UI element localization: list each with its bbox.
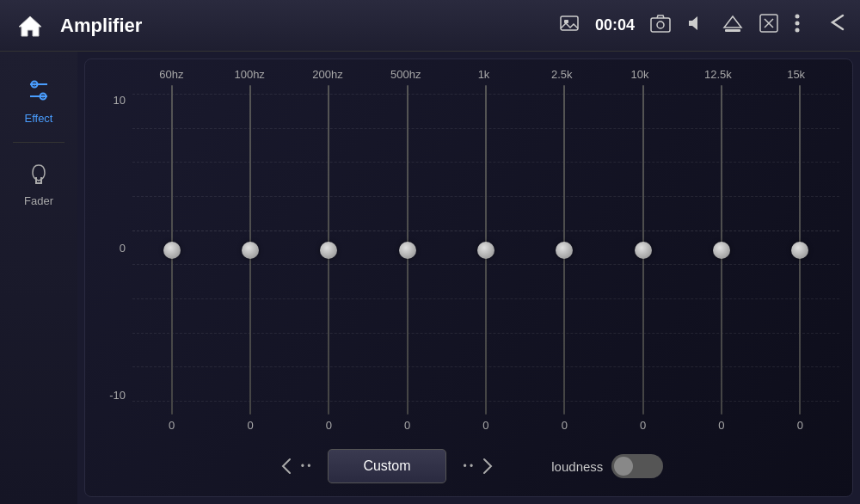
fader-label: Fader [24,194,53,207]
freq-2-5k: 2.5k [523,68,601,81]
main-content: Effect Fader 60hz 100hz 200hz 500hz 1k 2… [0,52,860,504]
freq-1k: 1k [445,68,523,81]
svg-marker-5 [689,16,697,30]
bottom-controls: • • Custom • • loudness [85,440,852,496]
sidebar-divider [13,142,64,143]
svg-point-4 [657,22,664,28]
sidebar-item-effect[interactable]: Effect [4,69,73,133]
slider-track-1[interactable] [211,85,289,415]
slider-6[interactable]: 0 [604,85,682,440]
slider-thumb-1[interactable] [242,242,259,259]
slider-track-0[interactable] [132,85,211,415]
slider-value-3: 0 [404,419,410,432]
home-button[interactable] [9,13,52,39]
top-bar: Amplifier 00:04 [0,0,860,52]
slider-thumb-4[interactable] [477,242,494,259]
fader-icon [26,160,52,189]
slider-thumb-8[interactable] [791,242,808,259]
page-title: Amplifier [60,15,559,37]
loudness-label: loudness [551,459,603,474]
eq-area: 10 0 -10 [85,85,852,440]
close-icon[interactable] [759,13,779,38]
loudness-control: loudness [551,454,663,478]
camera-icon[interactable] [650,13,671,38]
time-display: 00:04 [595,16,635,34]
slider-thumb-6[interactable] [635,242,652,259]
svg-marker-6 [724,16,741,28]
slider-value-2: 0 [326,419,332,432]
freq-500hz: 500hz [366,68,445,81]
toggle-knob [614,457,633,476]
y-label-top: 10 [114,94,126,107]
slider-track-6[interactable] [604,85,682,415]
header-icons: 00:04 [559,9,851,42]
slider-track-3[interactable] [368,85,446,415]
slider-2[interactable]: 0 [290,85,368,440]
preset-button[interactable]: Custom [328,449,445,483]
svg-marker-0 [19,16,41,36]
svg-point-19 [42,95,45,98]
freq-15k: 15k [757,68,835,81]
more-icon[interactable] [795,13,800,38]
slider-thumb-5[interactable] [556,242,573,259]
slider-track-2[interactable] [290,85,368,415]
freq-60hz: 60hz [132,68,211,81]
svg-rect-3 [651,18,670,32]
volume-icon[interactable] [686,13,707,38]
eq-panel: 60hz 100hz 200hz 500hz 1k 2.5k 10k 12.5k… [84,58,853,497]
slider-thumb-0[interactable] [163,242,181,259]
y-label-mid: 0 [120,242,126,255]
slider-0[interactable]: 0 [132,85,211,440]
freq-100hz: 100hz [211,68,289,81]
slider-track-4[interactable] [446,85,525,415]
freq-12-5k: 12.5k [679,68,757,81]
slider-value-7: 0 [718,419,724,432]
slider-7[interactable]: 0 [682,85,760,440]
slider-thumb-3[interactable] [399,242,416,259]
slider-8[interactable]: 0 [761,85,839,440]
slider-thumb-2[interactable] [320,242,337,259]
freq-200hz: 200hz [289,68,367,81]
svg-rect-1 [561,16,578,30]
prev-button[interactable]: • • [274,454,311,478]
slider-value-8: 0 [797,419,803,432]
image-icon[interactable] [559,13,580,38]
freq-10k: 10k [601,68,679,81]
home-icon [17,13,43,39]
slider-4[interactable]: 0 [446,85,525,440]
sidebar: Effect Fader [0,52,77,504]
slider-thumb-7[interactable] [713,242,730,259]
slider-3[interactable]: 0 [368,85,446,440]
sliders-container: 0 0 0 [132,85,839,440]
slider-1[interactable]: 0 [211,85,289,440]
slider-track-8[interactable] [761,85,839,415]
y-label-bot: -10 [109,389,126,402]
svg-rect-2 [564,20,568,23]
slider-value-6: 0 [640,419,646,432]
svg-point-12 [796,22,800,26]
back-button[interactable] [824,9,851,42]
effect-label: Effect [24,112,52,125]
slider-track-5[interactable] [525,85,604,415]
next-button[interactable]: • • [464,454,501,478]
effect-icon [26,77,52,107]
slider-track-7[interactable] [682,85,760,415]
slider-5[interactable]: 0 [525,85,604,440]
svg-rect-7 [725,29,740,32]
slider-value-0: 0 [169,419,175,432]
sidebar-item-fader[interactable]: Fader [4,151,73,216]
svg-point-16 [34,83,36,86]
svg-point-11 [796,15,800,19]
eject-icon[interactable] [722,13,743,38]
slider-value-1: 0 [247,419,253,432]
frequency-labels: 60hz 100hz 200hz 500hz 1k 2.5k 10k 12.5k… [132,59,835,85]
svg-point-13 [796,28,800,33]
slider-value-4: 0 [482,419,488,432]
y-axis: 10 0 -10 [98,85,132,440]
slider-value-5: 0 [562,419,568,432]
loudness-toggle[interactable] [611,454,663,478]
